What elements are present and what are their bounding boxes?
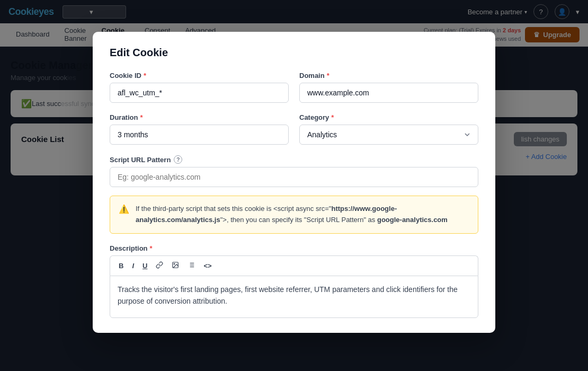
list-button[interactable] [185, 260, 197, 271]
editor-toolbar: B I U [110, 255, 478, 276]
duration-category-row: Duration * Category * Necessary Function… [110, 113, 478, 145]
description-editor[interactable]: Tracks the visitor's first landing pages… [110, 276, 478, 318]
italic-button[interactable]: I [130, 261, 136, 271]
list-icon [188, 261, 195, 270]
modal-overlay[interactable]: Edit Cookie Cookie ID * Domain * [0, 0, 588, 371]
description-required: * [150, 244, 153, 252]
script-url-input[interactable] [110, 167, 478, 187]
italic-icon: I [132, 262, 134, 270]
cookie-id-required: * [144, 72, 146, 80]
duration-input[interactable] [110, 125, 289, 145]
duration-group: Duration * [110, 113, 289, 145]
script-url-label-row: Script URL Pattern ? [110, 155, 478, 164]
cookie-id-group: Cookie ID * [110, 72, 289, 103]
description-label: Description [110, 244, 148, 252]
code-icon: <> [203, 262, 211, 270]
bold-button[interactable]: B [117, 261, 126, 271]
underline-button[interactable]: U [140, 261, 149, 271]
modal-title: Edit Cookie [110, 47, 478, 59]
category-label: Category * [299, 113, 478, 121]
description-group: Description * B I U [110, 244, 478, 318]
cookie-id-label: Cookie ID * [110, 72, 289, 80]
image-icon [172, 261, 179, 270]
svg-point-1 [174, 263, 175, 264]
warning-link-1: https://www.google-analytics.com/analyti… [136, 205, 397, 224]
cookie-id-input[interactable] [110, 83, 289, 103]
underline-icon: U [142, 262, 147, 270]
image-button[interactable] [170, 260, 181, 271]
code-button[interactable]: <> [201, 261, 213, 271]
warning-box: ⚠️ If the third-party script that sets t… [110, 196, 478, 234]
category-group: Category * Necessary Functional Analytic… [299, 113, 478, 145]
description-label-row: Description * [110, 244, 478, 252]
warning-text-content: If the third-party script that sets this… [136, 204, 469, 226]
warning-triangle-icon: ⚠️ [119, 204, 129, 226]
script-url-group: Script URL Pattern ? [110, 155, 478, 187]
cookie-id-domain-row: Cookie ID * Domain * [110, 72, 478, 103]
script-url-help-button[interactable]: ? [174, 155, 182, 164]
domain-group: Domain * [299, 72, 478, 103]
domain-input[interactable] [299, 83, 478, 103]
link-icon [156, 261, 163, 270]
domain-label: Domain * [299, 72, 478, 80]
category-select[interactable]: Necessary Functional Analytics Performan… [299, 125, 478, 145]
link-button[interactable] [154, 260, 165, 271]
duration-label: Duration * [110, 113, 289, 121]
edit-cookie-modal: Edit Cookie Cookie ID * Domain * [93, 32, 495, 333]
duration-required: * [140, 113, 142, 121]
description-text: Tracks the visitor's first landing pages… [118, 285, 458, 305]
bold-icon: B [119, 262, 123, 270]
warning-link-2: google-analytics.com [377, 216, 448, 224]
domain-required: * [327, 72, 329, 80]
script-url-label: Script URL Pattern [110, 156, 171, 164]
category-required: * [331, 113, 334, 121]
